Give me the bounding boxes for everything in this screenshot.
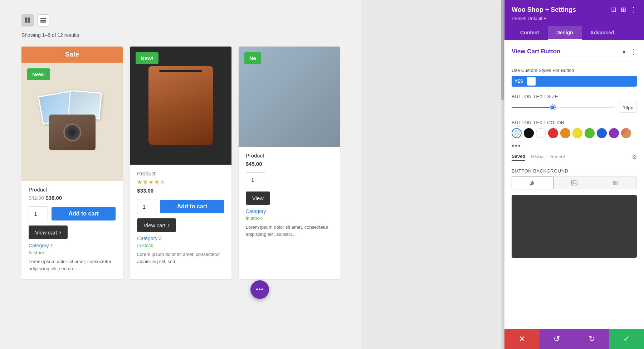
custom-styles-toggle[interactable]: YES bbox=[512, 76, 637, 87]
price-new-1: $38.00 bbox=[45, 195, 62, 201]
star-2: ★ bbox=[143, 179, 148, 185]
cancel-button[interactable]: ✕ bbox=[504, 329, 540, 349]
view-cart-button-2[interactable]: View cart bbox=[137, 218, 176, 232]
color-tab-global[interactable]: Global bbox=[531, 154, 545, 161]
quantity-input-3[interactable] bbox=[246, 172, 265, 187]
product-card-3: Ne Product $45.00 View Category In stock… bbox=[239, 47, 340, 279]
panel-actions: ✕ ↺ ↻ ✓ bbox=[504, 329, 644, 349]
add-to-cart-button-2[interactable]: Add to cart bbox=[160, 200, 224, 213]
price-old-1: $42.00 bbox=[29, 195, 44, 201]
add-to-cart-button-1[interactable]: Add to cart bbox=[52, 207, 116, 220]
bg-preview bbox=[512, 195, 637, 258]
new-badge-1: New! bbox=[27, 68, 50, 80]
bg-type-color[interactable] bbox=[512, 176, 553, 189]
bg-type-buttons bbox=[512, 176, 637, 189]
in-stock-1: In stock bbox=[21, 250, 123, 255]
tab-content[interactable]: Content bbox=[512, 26, 548, 40]
product-info-1: Product $42.00 $38.00 bbox=[21, 181, 123, 201]
button-text-size-setting: Button Text Size 16px bbox=[512, 94, 637, 113]
description-1: Lorem ipsum dolor sit amet, consectetur … bbox=[21, 258, 123, 272]
slider-value[interactable]: 16px bbox=[619, 102, 637, 113]
panel-header: Woo Shop + Settings ⊡ ⊞ ⋮ Preset: Defaul… bbox=[504, 0, 644, 40]
price-row-1: $42.00 $38.00 bbox=[29, 195, 116, 201]
fab-button[interactable]: ••• bbox=[250, 280, 269, 299]
collapse-icon[interactable]: ▲ bbox=[621, 48, 627, 55]
panel-header-icons: ⊡ ⊞ ⋮ bbox=[611, 6, 637, 14]
description-2: Lorem ipsum dolor sit amet, consectetur … bbox=[130, 251, 231, 265]
quantity-input-1[interactable] bbox=[29, 206, 48, 221]
color-swatch-transparent[interactable] bbox=[512, 128, 522, 138]
view-cart-button-3[interactable]: View bbox=[246, 192, 270, 205]
product-info-2: Product ★ ★ ★ ★ ★ $33.00 bbox=[130, 165, 231, 194]
product-card-2: New! Product ★ ★ ★ ★ ★ $33.00 bbox=[130, 47, 231, 279]
quantity-input-2[interactable] bbox=[137, 199, 156, 214]
panel-title: Woo Shop + Settings bbox=[512, 6, 576, 14]
star-4: ★ bbox=[154, 179, 159, 185]
color-swatches bbox=[512, 128, 637, 138]
bg-type-image[interactable] bbox=[553, 176, 595, 189]
product-name-2: Product bbox=[137, 170, 224, 176]
chevron-right-icon-1 bbox=[59, 229, 61, 236]
star-rating-2: ★ ★ ★ ★ ★ bbox=[137, 179, 224, 185]
price-regular-3: $45.00 bbox=[246, 161, 262, 167]
tab-advanced[interactable]: Advanced bbox=[582, 26, 623, 40]
category-link-2[interactable]: Category 3 bbox=[130, 236, 231, 241]
color-swatch-black[interactable] bbox=[524, 128, 534, 138]
price-row-2: $33.00 bbox=[137, 188, 224, 194]
main-content: Showing 1–6 of 12 results Sale New! bbox=[0, 0, 361, 349]
color-swatch-orange[interactable] bbox=[560, 128, 570, 138]
view-cart-button-1[interactable]: View cart bbox=[29, 226, 68, 239]
results-text: Showing 1–6 of 12 results bbox=[21, 32, 340, 38]
color-swatch-green[interactable] bbox=[585, 128, 595, 138]
view-controls bbox=[21, 14, 340, 26]
slider-row: 16px bbox=[512, 102, 637, 113]
color-swatch-purple[interactable] bbox=[609, 128, 619, 138]
camera-scene bbox=[21, 63, 123, 181]
color-settings-icon[interactable]: ⚙ bbox=[632, 154, 637, 161]
price-regular-2: $33.00 bbox=[137, 188, 153, 194]
product-info-3: Product $45.00 bbox=[239, 147, 340, 167]
description-3: Lorem ipsum dolor sit amet, consectetur … bbox=[239, 224, 340, 238]
price-row-3: $45.00 bbox=[246, 161, 333, 167]
star-5: ★ bbox=[160, 179, 165, 185]
product-image-2: New! bbox=[130, 47, 231, 165]
bg-type-gradient[interactable] bbox=[595, 176, 637, 189]
panel-preset[interactable]: Preset: Default ▾ bbox=[512, 16, 637, 21]
panel-more-icon[interactable]: ⋮ bbox=[630, 6, 637, 14]
redo-button[interactable]: ↻ bbox=[574, 329, 609, 349]
color-swatch-pencil[interactable] bbox=[621, 128, 631, 138]
svg-rect-3 bbox=[28, 20, 30, 23]
color-swatch-yellow[interactable] bbox=[572, 128, 582, 138]
panel-tabs: Content Design Advanced bbox=[512, 26, 637, 40]
slider-thumb[interactable] bbox=[550, 105, 555, 110]
scrollbar-thumb[interactable] bbox=[501, 0, 504, 100]
color-more-dots[interactable]: ••• bbox=[512, 142, 521, 150]
panel-icon-2[interactable]: ⊞ bbox=[621, 6, 626, 14]
panel-icon-1[interactable]: ⊡ bbox=[611, 6, 616, 14]
svg-rect-5 bbox=[40, 20, 46, 21]
color-swatch-white[interactable] bbox=[536, 128, 546, 138]
right-panel: Woo Shop + Settings ⊡ ⊞ ⋮ Preset: Defaul… bbox=[504, 0, 644, 349]
slider-track[interactable] bbox=[512, 107, 615, 108]
color-tab-saved[interactable]: Saved bbox=[512, 154, 525, 161]
color-swatch-red[interactable] bbox=[548, 128, 558, 138]
grid-view-button[interactable] bbox=[21, 14, 34, 26]
section-divider bbox=[512, 62, 637, 62]
tab-design[interactable]: Design bbox=[548, 26, 582, 40]
new-badge-2: New! bbox=[136, 52, 158, 64]
add-to-cart-row-1: Add to cart bbox=[21, 206, 123, 221]
more-options-icon[interactable]: ⋮ bbox=[630, 47, 637, 56]
toggle-yes-label: YES bbox=[512, 76, 526, 87]
color-swatch-blue[interactable] bbox=[597, 128, 607, 138]
slider-fill bbox=[512, 107, 553, 108]
list-view-button[interactable] bbox=[37, 14, 49, 26]
section-controls: ▲ ⋮ bbox=[621, 47, 637, 56]
confirm-button[interactable]: ✓ bbox=[609, 329, 644, 349]
button-background-label: Button Background bbox=[512, 168, 637, 174]
color-tabs: Saved Global Recent ⚙ bbox=[512, 154, 637, 161]
category-link-3[interactable]: Category bbox=[239, 208, 340, 214]
color-tab-recent[interactable]: Recent bbox=[550, 154, 565, 161]
category-link-1[interactable]: Category 1 bbox=[21, 243, 123, 248]
toggle-label: Use Custom Styles For Button bbox=[512, 68, 637, 73]
undo-button[interactable]: ↺ bbox=[540, 329, 575, 349]
